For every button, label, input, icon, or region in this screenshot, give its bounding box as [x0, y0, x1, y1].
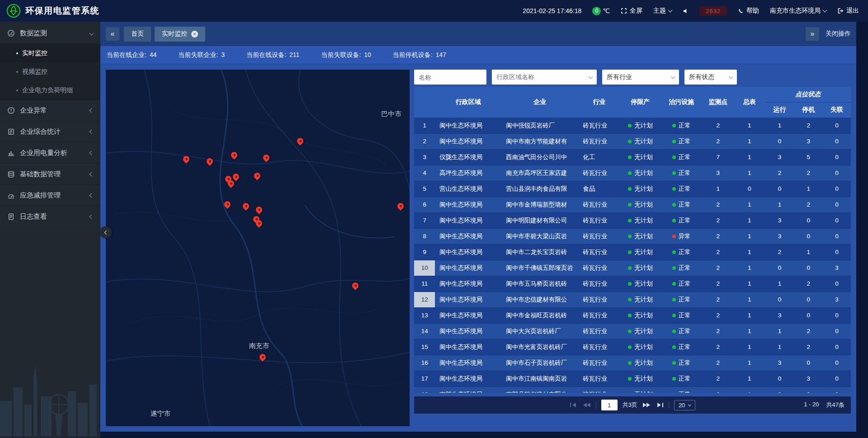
table-row[interactable]: 14阆中生态环境局阆中大兴页岩机砖厂砖瓦行业无计划正常21120 — [414, 323, 851, 339]
status-text: 正常 — [679, 280, 691, 287]
row-number: 17 — [414, 371, 435, 386]
cell-company: 阆中大兴页岩机砖厂 — [501, 323, 578, 339]
row-number: 11 — [414, 276, 435, 292]
row-number: 5 — [414, 181, 435, 197]
alarm-count-badge[interactable]: 2632 — [699, 6, 727, 16]
cell-meters: 1 — [734, 339, 765, 355]
map-city-label: 遂宁市 — [150, 410, 170, 418]
cell-points: 1 — [703, 181, 734, 197]
range-label: 1 - 20 — [804, 401, 819, 409]
first-page-button[interactable] — [570, 402, 578, 408]
cell-stopped: 5 — [794, 149, 823, 165]
stat-item: 当前失联企业:3 — [178, 51, 225, 59]
tabs-scroll-right-button[interactable] — [806, 27, 819, 41]
gauge-icon — [7, 29, 15, 37]
cell-lost: 0 — [823, 181, 851, 197]
table-row[interactable]: 5营山生态环境局营山县润丰肉食品有限食品无计划正常10010 — [414, 181, 851, 197]
sidebar-item-3[interactable]: 企业用电量分析 — [0, 142, 100, 164]
header-meters: 总表 — [734, 87, 765, 118]
tabs-scroll-left-button[interactable] — [106, 27, 119, 41]
industry-filter-select[interactable]: 所有行业 — [602, 70, 679, 85]
cell-stop-status: 无计划 — [620, 244, 660, 260]
cell-company: 阆中明阳建材有限公司 — [501, 212, 578, 228]
cell-company: 南部县瑞华建材有限公 — [501, 386, 578, 393]
region-filter-select[interactable]: 行政区域名称 — [492, 70, 597, 85]
next-page-button[interactable] — [642, 402, 651, 408]
sound-button[interactable] — [683, 8, 689, 14]
table-row[interactable]: 17阆中生态环境局阆中市江南镇阆南页岩砖瓦行业无计划正常21030 — [414, 371, 851, 386]
bullet-icon — [16, 71, 18, 73]
table-row[interactable]: 15阆中生态环境局阆中市光富页岩机砖厂砖瓦行业无计划正常21120 — [414, 339, 851, 355]
table-row[interactable]: 13阆中生态环境局阆中市金福旺页岩机砖砖瓦行业无计划正常21300 — [414, 307, 851, 323]
table-row[interactable]: 3仪陇生态环境局西南油气田分公司川中化工无计划正常71350 — [414, 149, 851, 165]
sidebar-item-5[interactable]: 应急减排管理 — [0, 185, 100, 206]
table-row[interactable]: 2阆中生态环境局阆中市南方节能建材有砖瓦行业无计划正常21030 — [414, 133, 851, 149]
table-row[interactable]: 12阆中生态环境局阆中市忠信建材有限公砖瓦行业无计划正常21003 — [414, 292, 851, 307]
cell-stopped: 2 — [794, 118, 823, 133]
filter-bar: 行政区域名称 所有行业 所有状态 — [414, 70, 851, 85]
table-row[interactable]: 6阆中生态环境局阆中市金博瑞新型墙材砖瓦行业无计划正常21120 — [414, 197, 851, 212]
cell-points: 2 — [703, 228, 734, 244]
table-row[interactable]: 11阆中生态环境局阆中市五马桥页岩机砖砖瓦行业无计划正常21120 — [414, 276, 851, 292]
status-text: 无计划 — [634, 201, 653, 208]
tab-label: 实时监控 — [162, 30, 187, 38]
table-row[interactable]: 9阆中生态环境局阆中市二龙长宝页岩砖砖瓦行业无计划正常21210 — [414, 244, 851, 260]
close-operations-button[interactable]: 关闭操作 — [826, 30, 851, 38]
close-icon[interactable] — [191, 31, 198, 38]
cell-lost: 3 — [823, 292, 851, 307]
sidebar-item-6[interactable]: 日志查看 — [0, 206, 100, 227]
name-filter-input[interactable] — [414, 70, 486, 85]
cell-region: 阆中生态环境局 — [435, 292, 501, 307]
map-collapse-button[interactable] — [100, 226, 112, 238]
status-dot-icon — [672, 219, 676, 222]
cell-run: 0 — [765, 133, 794, 149]
status-dot-icon — [672, 266, 676, 270]
cell-run: 1 — [765, 118, 794, 133]
sidebar-subitem-0-2[interactable]: 企业电力负荷明细 — [0, 81, 100, 99]
table-row[interactable]: 10阆中生态环境局阆中市千佛镇五郎垭页岩砖瓦行业无计划正常21003 — [414, 260, 851, 276]
fullscreen-button[interactable]: 全屏 — [621, 7, 642, 15]
page-size-select[interactable]: 20 — [674, 400, 695, 410]
help-button[interactable]: 帮助 — [738, 7, 759, 15]
sidebar-item-2[interactable]: 企业综合统计 — [0, 121, 100, 142]
cell-run: 0 — [765, 371, 794, 386]
cell-company: 阆中市枣碧大梁山页岩 — [501, 228, 578, 244]
sidebar-item-0[interactable]: 数据监测 — [0, 23, 100, 44]
prev-page-button[interactable] — [583, 402, 591, 408]
table-row[interactable]: 18南部生态环境局南部县瑞华建材有限公砖瓦行业无计划正常21030 — [414, 386, 851, 393]
cell-facility-status: 正常 — [660, 260, 703, 276]
tab-1[interactable]: 实时监控 — [155, 27, 205, 42]
logout-button[interactable]: 退出 — [837, 7, 859, 15]
sidebar-item-label: 企业综合统计 — [20, 127, 90, 136]
table-row[interactable]: 16阆中生态环境局阆中市石子页岩机砖厂砖瓦行业无计划正常21300 — [414, 355, 851, 371]
cell-run: 3 — [765, 307, 794, 323]
map-panel[interactable]: 巴中市南充市遂宁市 — [106, 70, 410, 426]
sidebar-item-1[interactable]: 企业异常 — [0, 100, 100, 121]
status-dot-icon — [628, 140, 632, 143]
header-region: 行政区域 — [435, 87, 501, 118]
page-number-input[interactable] — [601, 400, 618, 410]
cell-stopped: 3 — [794, 371, 823, 386]
table-row[interactable]: 4高坪生态环境局南充市高坪区王家店建砖瓦行业无计划正常31220 — [414, 165, 851, 181]
sidebar-subitem-0-1[interactable]: 视频监控 — [0, 62, 100, 81]
theme-dropdown[interactable]: 主题 — [653, 7, 672, 15]
table-row[interactable]: 8阆中生态环境局阆中市枣碧大梁山页岩砖瓦行业无计划异常21300 — [414, 228, 851, 244]
table-row[interactable]: 1阆中生态环境局阆中强锐页岩砖厂砖瓦行业无计划正常21120 — [414, 118, 851, 133]
tab-0[interactable]: 首页 — [124, 27, 151, 42]
emergency-icon — [7, 192, 15, 199]
last-page-button[interactable] — [656, 402, 664, 408]
status-filter-select[interactable]: 所有状态 — [684, 70, 737, 85]
org-dropdown[interactable]: 南充市生态环境局 — [770, 7, 826, 15]
status-text: 无计划 — [634, 233, 653, 240]
cell-stopped: 1 — [794, 181, 823, 197]
cell-points: 2 — [703, 118, 734, 133]
page-size-value: 20 — [679, 402, 685, 409]
tab-bar: 首页实时监控 关闭操作 — [100, 22, 856, 46]
sidebar-subitem-0-0[interactable]: 实时监控 — [0, 44, 100, 62]
cell-stop-status: 无计划 — [620, 339, 660, 355]
speaker-icon — [683, 8, 689, 14]
cell-stop-status: 无计划 — [620, 133, 660, 149]
table-row[interactable]: 7阆中生态环境局阆中明阳建材有限公司砖瓦行业无计划正常21300 — [414, 212, 851, 228]
sidebar-item-4[interactable]: 基础数据管理 — [0, 164, 100, 185]
cell-region: 阆中生态环境局 — [435, 276, 501, 292]
